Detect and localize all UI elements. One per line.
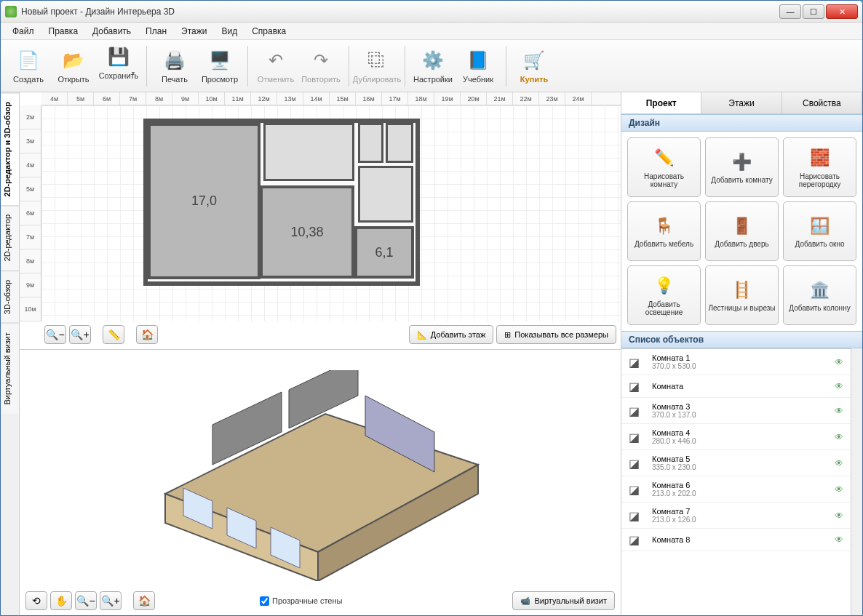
object-list: ◪Комната 1370.0 x 530.0👁◪Комната👁◪Комнат…	[621, 348, 851, 615]
room-3[interactable]: 6,1	[354, 226, 414, 279]
vtab-0[interactable]: 2D-редактор и 3D-обзор	[1, 92, 19, 205]
object-row-7[interactable]: ◪Комната 8👁	[621, 529, 851, 551]
add-column-button[interactable]: 🏛️Добавить колонну	[783, 265, 856, 325]
zoom-in-3d-button[interactable]: 🔍+	[100, 591, 122, 610]
object-row-3[interactable]: ◪Комната 4280.0 x 446.0👁	[621, 424, 851, 450]
preview-button-icon: 🖥️	[208, 49, 231, 72]
redo-button: ↷Повторить	[299, 43, 343, 89]
save-button[interactable]: 💾Сохранить▾	[97, 43, 140, 89]
ruler-vertical: 2м3м4м5м6м7м8м9м10м	[20, 105, 41, 321]
object-row-6[interactable]: ◪Комната 7213.0 x 126.0👁	[621, 503, 851, 529]
menu-Файл[interactable]: Файл	[5, 24, 41, 39]
zoom-out-3d-button[interactable]: 🔍−	[75, 591, 97, 610]
visibility-toggle[interactable]: 👁	[835, 381, 843, 391]
add-furniture-button[interactable]: 🪑Добавить мебель	[627, 201, 701, 261]
redo-button-icon: ↷	[309, 49, 333, 72]
room-small-1[interactable]	[263, 123, 354, 181]
home-button[interactable]: 🏠	[136, 325, 158, 344]
room-small-3[interactable]	[386, 123, 413, 163]
zoom-out-button[interactable]: 🔍−	[44, 325, 66, 344]
object-row-0[interactable]: ◪Комната 1370.0 x 530.0👁	[621, 349, 851, 375]
scrollbar[interactable]	[851, 348, 862, 615]
add-lighting-icon: 💡	[653, 274, 676, 297]
floorplan[interactable]: 17,0 10,38 6,1	[143, 119, 420, 286]
add-room-icon: ➕	[731, 150, 754, 173]
buy-button[interactable]: 🛒Купить	[512, 43, 556, 89]
2d-editor-pane: 4м5м6м7м8м9м10м11м12м13м14м15м16м17м18м1…	[20, 92, 621, 350]
tutorial-button[interactable]: 📘Учебник	[456, 43, 500, 89]
menu-Справка[interactable]: Справка	[244, 24, 293, 39]
dimensions-icon: ⊞	[504, 330, 511, 340]
draw-room-icon: ✏️	[653, 146, 676, 169]
pan-button[interactable]: ✋	[50, 591, 72, 610]
add-room-button[interactable]: ➕Добавить комнату	[705, 137, 779, 197]
open-button[interactable]: 📂Открыть	[52, 43, 95, 89]
measure-button[interactable]: 📏	[103, 325, 124, 344]
virtual-visit-button[interactable]: 📹Виртуальный визит	[512, 591, 615, 610]
home-3d-button[interactable]: 🏠	[133, 591, 155, 610]
cube-icon: ◪	[629, 457, 645, 470]
side-panel: ПроектЭтажиСвойства Дизайн ✏️Нарисовать …	[621, 92, 862, 615]
print-button[interactable]: 🖨️Печать	[153, 43, 196, 89]
object-row-4[interactable]: ◪Комната 5335.0 x 230.0👁	[621, 450, 851, 476]
add-door-button[interactable]: 🚪Добавить дверь	[705, 201, 779, 261]
visibility-toggle[interactable]: 👁	[835, 458, 843, 468]
object-row-1[interactable]: ◪Комната👁	[621, 375, 851, 398]
room-small-4[interactable]	[358, 166, 413, 223]
visibility-toggle[interactable]: 👁	[835, 406, 843, 416]
side-tab-Этажи[interactable]: Этажи	[701, 92, 782, 113]
app-window: Новый проект - Дизайн Интерьера 3D — ☐ ✕…	[0, 0, 863, 616]
menu-План[interactable]: План	[138, 24, 174, 39]
visibility-toggle[interactable]: 👁	[835, 484, 843, 495]
visibility-toggle[interactable]: 👁	[835, 511, 843, 521]
menu-Правка[interactable]: Правка	[41, 24, 86, 39]
preview-button[interactable]: 🖥️Просмотр	[198, 43, 242, 89]
vertical-tabs: 2D-редактор и 3D-обзор2D-редактор3D-обзо…	[1, 92, 20, 615]
3d-view-pane[interactable]: ⟲ ✋ 🔍− 🔍+ 🏠 Прозрачные стены 📹Виртуальны…	[20, 350, 621, 615]
vtab-3[interactable]: Виртуальный визит	[1, 323, 19, 414]
visibility-toggle[interactable]: 👁	[835, 357, 843, 367]
new-button[interactable]: 📄Создать	[7, 43, 50, 89]
vtab-1[interactable]: 2D-редактор	[1, 205, 19, 270]
stairs-cutouts-icon: 🪜	[731, 278, 754, 301]
draw-room-button[interactable]: ✏️Нарисовать комнату	[627, 137, 701, 197]
rotate-button[interactable]: ⟲	[25, 591, 47, 610]
object-row-5[interactable]: ◪Комната 6213.0 x 202.0👁	[621, 476, 851, 503]
add-floor-button[interactable]: 📐Добавить этаж	[409, 325, 493, 344]
settings-button[interactable]: ⚙️Настройки	[411, 43, 455, 89]
vtab-2[interactable]: 3D-обзор	[1, 271, 19, 323]
3d-toolbar: ⟲ ✋ 🔍− 🔍+ 🏠 Прозрачные стены 📹Виртуальны…	[25, 591, 615, 611]
save-button-icon: 💾	[107, 45, 130, 68]
menubar: ФайлПравкаДобавитьПланЭтажиВидСправка	[1, 23, 862, 40]
object-row-2[interactable]: ◪Комната 3370.0 x 137.0👁	[621, 398, 851, 424]
side-tab-Свойства[interactable]: Свойства	[782, 92, 862, 113]
visibility-toggle[interactable]: 👁	[835, 535, 843, 545]
add-door-icon: 🚪	[731, 214, 754, 237]
room-1[interactable]: 17,0	[148, 123, 261, 279]
buy-button-icon: 🛒	[522, 49, 546, 72]
design-tools-grid: ✏️Нарисовать комнату➕Добавить комнату🧱На…	[621, 132, 862, 331]
menu-Добавить[interactable]: Добавить	[85, 24, 138, 39]
settings-button-icon: ⚙️	[421, 49, 445, 72]
zoom-in-button[interactable]: 🔍+	[69, 325, 91, 344]
room-2[interactable]: 10,38	[260, 185, 354, 279]
add-window-button[interactable]: 🪟Добавить окно	[783, 201, 856, 261]
draw-partition-icon: 🧱	[808, 146, 832, 169]
close-button[interactable]: ✕	[826, 4, 858, 19]
new-button-icon: 📄	[17, 49, 40, 72]
transparent-walls-checkbox[interactable]: Прозрачные стены	[260, 596, 342, 606]
objects-header: Список объектов	[621, 331, 862, 348]
show-dimensions-button[interactable]: ⊞Показывать все размеры	[496, 325, 616, 344]
maximize-button[interactable]: ☐	[803, 4, 824, 19]
room-small-2[interactable]	[358, 123, 383, 163]
stairs-cutouts-button[interactable]: 🪜Лестницы и вырезы	[705, 265, 779, 325]
menu-Вид[interactable]: Вид	[214, 24, 244, 39]
visibility-toggle[interactable]: 👁	[835, 432, 843, 442]
menu-Этажи[interactable]: Этажи	[174, 24, 214, 39]
side-tab-Проект[interactable]: Проект	[621, 92, 701, 113]
draw-partition-button[interactable]: 🧱Нарисовать перегородку	[783, 137, 856, 197]
layers-icon: 📐	[417, 330, 427, 340]
window-title: Новый проект - Дизайн Интерьера 3D	[21, 7, 779, 17]
minimize-button[interactable]: —	[779, 4, 801, 19]
add-lighting-button[interactable]: 💡Добавить освещение	[627, 265, 701, 325]
